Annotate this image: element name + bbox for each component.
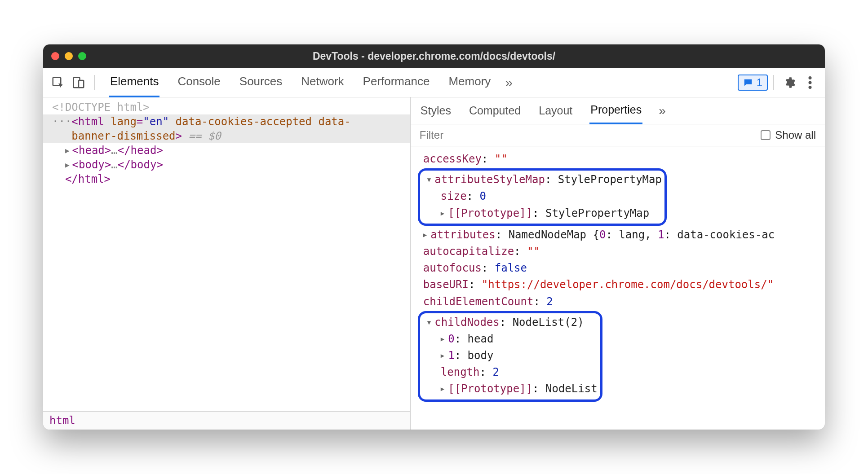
highlight-childNodes: childNodes: NodeList(2) 0: head 1: body … [418,311,602,402]
svg-rect-2 [79,80,84,88]
sidebar-tabs: Styles Computed Layout Properties » [411,97,825,124]
prop-autofocus[interactable]: autofocus: false [417,260,825,276]
dom-doctype[interactable]: <!DOCTYPE html> [43,100,410,114]
dom-html-open[interactable]: ···<html lang="en" data-cookies-accepted… [43,114,410,129]
subtab-computed[interactable]: Computed [468,98,522,123]
dom-body[interactable]: <body>…</body> [43,158,410,172]
device-toolbar-icon[interactable] [68,72,89,93]
prop-attributes[interactable]: attributes: NamedNodeMap {0: lang, 1: da… [417,227,825,243]
panels-split: <!DOCTYPE html> ···<html lang="en" data-… [43,97,825,430]
prop-prototype-2[interactable]: [[Prototype]]: NodeList [421,381,598,397]
prop-childNodes-1[interactable]: 1: body [421,347,598,364]
svg-point-3 [809,76,812,79]
kebab-menu-icon[interactable] [800,72,820,93]
zoom-window-button[interactable] [78,52,86,60]
subtab-properties[interactable]: Properties [589,97,642,124]
settings-gear-icon[interactable] [779,72,800,93]
show-all-label: Show all [775,129,816,141]
tab-sources[interactable]: Sources [239,67,283,97]
devtools-window: DevTools - developer.chrome.com/docs/dev… [43,44,825,430]
elements-panel: <!DOCTYPE html> ···<html lang="en" data-… [43,97,411,430]
properties-list[interactable]: accessKey: "" attributeStyleMap: StylePr… [411,146,825,430]
sidebar-panel: Styles Computed Layout Properties » Show… [411,97,825,430]
tab-performance[interactable]: Performance [362,67,431,97]
tab-elements[interactable]: Elements [109,67,159,97]
prop-childElementCount[interactable]: childElementCount: 2 [417,294,825,310]
main-tabstrip: Elements Console Sources Network Perform… [43,68,825,97]
dom-html-close[interactable]: </html> [43,172,410,186]
prop-prototype-1[interactable]: [[Prototype]]: StylePropertyMap [421,205,662,222]
prop-length[interactable]: length: 2 [421,364,598,381]
prop-autocapitalize[interactable]: autocapitalize: "" [417,243,825,260]
breadcrumb[interactable]: html [43,411,410,430]
svg-point-5 [809,86,812,89]
show-all-toggle[interactable]: Show all [761,129,816,141]
minimize-window-button[interactable] [65,52,73,60]
prop-accessKey[interactable]: accessKey: "" [417,151,825,167]
svg-point-4 [809,81,812,84]
close-window-button[interactable] [51,52,59,60]
tabstrip-separator-2 [773,75,774,90]
tab-memory[interactable]: Memory [447,67,492,97]
issues-count: 1 [757,76,762,89]
prop-baseURI[interactable]: baseURI: "https://developer.chrome.com/d… [417,276,825,293]
tab-network[interactable]: Network [300,67,345,97]
show-all-checkbox[interactable] [761,130,771,140]
tab-console[interactable]: Console [177,67,221,97]
prop-size[interactable]: size: 0 [421,188,662,205]
prop-attributeStyleMap[interactable]: attributeStyleMap: StylePropertyMap [421,171,662,188]
dom-html-open-line2[interactable]: banner-dismissed> == $0 [43,129,410,143]
subtab-layout[interactable]: Layout [538,98,573,123]
more-tabs-icon[interactable]: » [505,75,513,90]
prop-childNodes-0[interactable]: 0: head [421,331,598,347]
dom-head[interactable]: <head>…</head> [43,143,410,158]
window-title: DevTools - developer.chrome.com/docs/dev… [43,50,825,62]
main-tabs: Elements Console Sources Network Perform… [109,67,492,97]
subtab-styles[interactable]: Styles [420,98,452,123]
filter-input[interactable] [420,129,509,141]
traffic-lights [51,52,86,60]
filter-bar: Show all [411,124,825,146]
highlight-attributeStyleMap: attributeStyleMap: StylePropertyMap size… [418,168,667,226]
titlebar: DevTools - developer.chrome.com/docs/dev… [43,44,825,68]
more-subtabs-icon[interactable]: » [659,104,666,118]
prop-childNodes[interactable]: childNodes: NodeList(2) [421,314,598,331]
tabstrip-separator [94,75,95,90]
dom-tree[interactable]: <!DOCTYPE html> ···<html lang="en" data-… [43,97,410,411]
inspect-element-icon[interactable] [48,72,68,93]
issues-button[interactable]: 1 [738,75,768,91]
